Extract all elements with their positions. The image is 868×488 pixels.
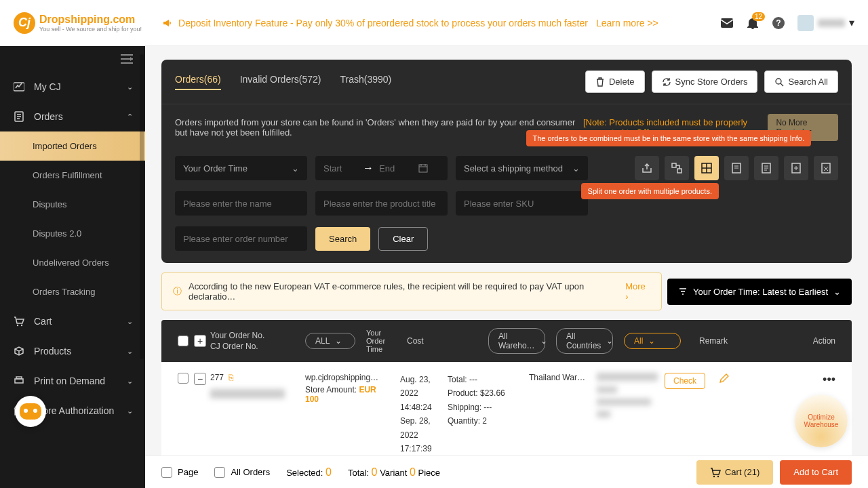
sidebar-item-mycj[interactable]: My CJ ⌄ (0, 72, 145, 102)
search-button[interactable]: Search (315, 227, 370, 251)
order-time-select[interactable]: Your Order Time⌄ (175, 156, 307, 180)
tab-trash[interactable]: Trash(3990) (340, 74, 392, 90)
info-icon: ⓘ (173, 285, 182, 298)
delete-label: Delete (609, 77, 635, 87)
sidebar-sub-disputes2[interactable]: Disputes 2.0 (0, 219, 145, 248)
user-menu[interactable]: ▾ (797, 15, 854, 31)
menu-label: My CJ (34, 81, 127, 92)
status-filter[interactable]: All⌄ (624, 333, 681, 349)
doc4-icon-button[interactable] (814, 156, 838, 180)
chevron-down-icon: ⌄ (127, 377, 133, 386)
select-all-checkbox[interactable] (178, 336, 189, 346)
sync-button[interactable]: Sync Store Orders (652, 70, 758, 93)
sidebar-item-cart[interactable]: Cart ⌄ (0, 306, 145, 336)
sku-input[interactable] (456, 191, 588, 216)
edit-icon[interactable] (719, 373, 762, 384)
sidebar-sub-undelivered[interactable]: Undelivered Orders (0, 248, 145, 277)
filter-row-3: Search Clear (161, 221, 852, 263)
shipping-select[interactable]: Select a shipping method⌄ (456, 156, 588, 180)
add-to-cart-button[interactable]: Add to Cart (780, 460, 852, 485)
footer-bar: Page All Orders Selected: 0 Total: 0 Var… (145, 455, 868, 488)
menu-label: Orders (34, 111, 127, 122)
date1: Aug. 23, 2022 (400, 373, 437, 401)
time1: 14:48:24 (400, 401, 437, 414)
product-input[interactable] (315, 191, 448, 216)
row-checkbox[interactable] (178, 373, 189, 384)
arrow-icon: → (363, 162, 374, 174)
optimize-warehouse-button[interactable]: Optimize Warehouse (795, 394, 848, 447)
sidebar-sub-disputes[interactable]: Disputes (0, 190, 145, 219)
chat-button[interactable] (15, 396, 46, 427)
menu-label: Store Authorization (34, 405, 127, 416)
doc2-icon-button[interactable] (754, 156, 778, 180)
countries-filter[interactable]: All Countries⌄ (556, 328, 613, 354)
clear-button[interactable]: Clear (378, 227, 428, 251)
sidebar-item-products[interactable]: Products ⌄ (0, 336, 145, 366)
doc3-icon-button[interactable] (784, 156, 808, 180)
help-icon[interactable]: ? (772, 16, 785, 30)
tab-row: Orders(66) Invalid Orders(572) Trash(399… (161, 60, 852, 104)
avatar (797, 15, 814, 31)
logo[interactable]: Cj Dropshipping.com You sell - We source… (14, 12, 142, 34)
svg-rect-12 (677, 169, 682, 173)
collapse-sidebar-button[interactable] (0, 46, 145, 72)
total-count: Total: 0 Variant 0 Piece (348, 466, 440, 479)
svg-rect-11 (672, 163, 676, 167)
sort-button[interactable]: Your Order Time: Latest to Earliest ⌄ (667, 279, 852, 305)
print-icon (12, 375, 26, 386)
check-button[interactable]: Check (665, 373, 705, 389)
menu-label: Print on Demand (34, 375, 127, 386)
delete-button[interactable]: Delete (585, 70, 645, 93)
announcement-text: Deposit Inventory Feature - Pay only 30%… (178, 18, 588, 28)
split-icon-button[interactable]: Split one order with multiple products. (694, 156, 719, 180)
shipping-cost: Shipping: --- (448, 401, 518, 414)
quantity: Quantity: 2 (448, 414, 518, 428)
link-icon[interactable]: ⎘ (229, 373, 233, 382)
menu-label: Cart (34, 316, 127, 327)
search-all-label: Search All (788, 77, 828, 87)
svg-rect-17 (822, 163, 830, 173)
sidebar-item-orders[interactable]: Orders ⌃ (0, 102, 145, 131)
page-checkbox[interactable] (161, 467, 172, 478)
mail-icon[interactable] (720, 16, 734, 30)
sidebar-sub-fulfillment[interactable]: Orders Fulfillment (0, 161, 145, 190)
combine-icon-button[interactable] (665, 156, 689, 180)
learn-more-link[interactable]: Learn more >> (596, 18, 658, 28)
sidebar-sub-imported[interactable]: Imported Orders (0, 131, 145, 161)
orderno-input[interactable] (175, 226, 307, 251)
tab-orders[interactable]: Orders(66) (175, 74, 221, 90)
start-date-input[interactable] (323, 163, 357, 174)
date-range[interactable]: → (315, 156, 448, 180)
order-row: − 277 ⎘ wp.cjdropshipping… Store Amount:… (161, 362, 852, 467)
chevron-down-icon: ▾ (849, 16, 854, 29)
bell-icon[interactable]: 12 (746, 16, 760, 30)
order-id-blur (210, 389, 285, 399)
topbar-right: 12 ? ▾ (720, 15, 854, 31)
export-icon-button[interactable] (635, 156, 659, 180)
name-input[interactable] (175, 191, 307, 216)
chevron-down-icon: ⌄ (127, 317, 133, 326)
combine-tooltip: The orders to be combined must be in the… (526, 130, 812, 146)
store-amount-label: Store Amount: (305, 385, 357, 394)
warehouse-filter[interactable]: All Wareho…⌄ (488, 328, 545, 354)
dashboard-icon (12, 81, 26, 92)
sidebar-item-pod[interactable]: Print on Demand ⌄ (0, 366, 145, 396)
more-actions-button[interactable]: ••• (823, 373, 835, 386)
filter-row-2 (161, 186, 852, 221)
warehouse: Thailand War… (524, 373, 591, 382)
allorders-checkbox[interactable] (214, 467, 225, 478)
total: Total: --- (448, 373, 518, 386)
tab-invalid[interactable]: Invalid Orders(572) (240, 74, 321, 90)
chevron-up-icon: ⌃ (127, 113, 133, 121)
sidebar-sub-tracking[interactable]: Orders Tracking (0, 277, 145, 306)
sidebar-scrollbar[interactable] (140, 54, 144, 359)
doc1-icon-button[interactable] (724, 156, 749, 180)
end-date-input[interactable] (379, 163, 413, 174)
filter-row-1: Your Order Time⌄ → Select a shipping met… (161, 150, 852, 186)
cart-button[interactable]: Cart (21) (696, 460, 773, 485)
username (818, 19, 845, 27)
store-filter[interactable]: ALL⌄ (305, 333, 355, 349)
product-cost: Product: $23.66 (448, 386, 518, 400)
search-all-button[interactable]: Search All (764, 70, 838, 93)
notice-more-link[interactable]: More › (625, 281, 650, 302)
